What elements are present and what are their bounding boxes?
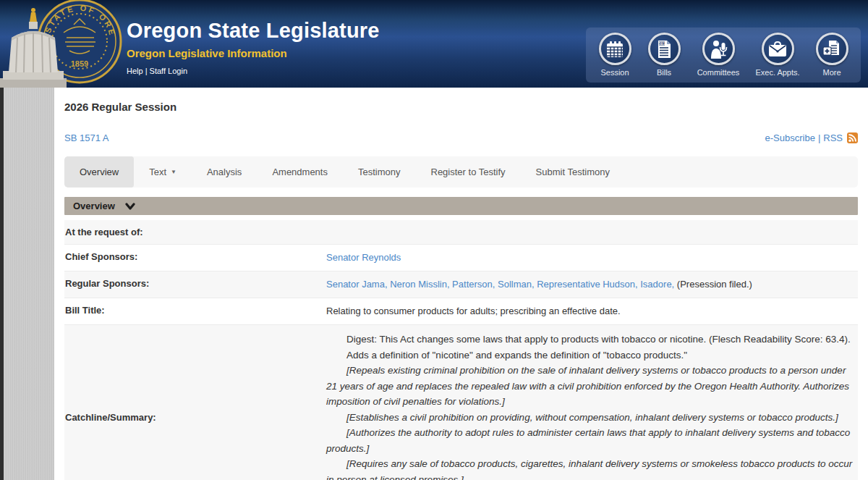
- measure-row: SB 1571 A e-Subscribe | RSS: [64, 132, 858, 143]
- bill-document-icon: SB1: [648, 33, 681, 65]
- tab-overview[interactable]: Overview: [64, 156, 134, 188]
- summary-paragraph: [Authorizes the authority to adopt rules…: [326, 425, 858, 456]
- rss-icon[interactable]: [847, 132, 858, 143]
- field-label: Regular Sponsors:: [64, 278, 326, 291]
- tab-testimony[interactable]: Testimony: [343, 156, 416, 188]
- main-content: 2026 Regular Session SB 1571 A e-Subscri…: [54, 88, 868, 480]
- rss-link[interactable]: RSS: [823, 132, 843, 143]
- nav-label: Session: [600, 68, 629, 77]
- calendar-icon: [599, 33, 631, 65]
- summary-paragraph: Digest: This Act changes some laws that …: [326, 332, 858, 348]
- svg-text:SB1: SB1: [659, 41, 665, 45]
- field-value: Senator Jama, Neron Misslin, Patterson, …: [326, 278, 858, 291]
- nav-item-more[interactable]: More: [810, 33, 854, 77]
- field-label: Catchline/Summary:: [64, 412, 326, 423]
- esubscribe-link[interactable]: e-Subscribe: [765, 132, 815, 143]
- subscribe-links: e-Subscribe | RSS: [765, 132, 859, 143]
- row-regular-sponsors: Regular Sponsors: Senator Jama, Neron Mi…: [64, 271, 858, 298]
- svg-text:1859: 1859: [71, 59, 88, 68]
- field-value: [326, 227, 858, 237]
- regular-sponsors-links[interactable]: Senator Jama, Neron Misslin, Patterson, …: [326, 279, 674, 290]
- help-separator: |: [143, 67, 150, 75]
- summary-paragraph: [Repeals existing criminal prohibition o…: [326, 363, 858, 410]
- briefcase-icon: [762, 33, 794, 65]
- measure-details-table: At the request of: Chief Sponsors: Senat…: [64, 220, 858, 480]
- field-label: Bill Title:: [64, 305, 326, 318]
- overview-accordion-header[interactable]: Overview: [64, 197, 858, 215]
- nav-label: More: [822, 68, 841, 77]
- nav-label: Bills: [657, 68, 671, 77]
- measure-number-link[interactable]: SB 1571 A: [64, 132, 109, 143]
- site-header: STATE OF OREGON 1859: [0, 0, 868, 88]
- gold-pioneer-statue: [30, 8, 37, 22]
- summary-paragraph: [Establishes a civil prohibition on prov…: [326, 410, 858, 426]
- summary-paragraph: Adds a definition of "nicotine" and expa…: [326, 348, 858, 363]
- row-chief-sponsors: Chief Sponsors: Senator Reynolds: [64, 245, 858, 271]
- row-bill-title: Bill Title: Relating to consumer product…: [64, 298, 858, 325]
- nav-item-committees[interactable]: Committees: [692, 33, 745, 77]
- chief-sponsor-link[interactable]: Senator Reynolds: [326, 252, 401, 263]
- page-left-edge: [0, 88, 4, 480]
- accordion-label: Overview: [73, 201, 115, 211]
- field-value: Senator Reynolds: [326, 251, 858, 264]
- help-link[interactable]: Help: [127, 67, 143, 75]
- site-title: Oregon State Legislature: [127, 19, 380, 43]
- field-value: Relating to consumer products for adults…: [326, 305, 858, 318]
- nav-label: Committees: [697, 68, 740, 77]
- summary-paragraph: [Requires any sale of tobacco products, …: [326, 456, 858, 480]
- tab-register-to-testify[interactable]: Register to Testify: [416, 156, 521, 188]
- document-plus-icon: [816, 33, 848, 65]
- chevron-down-icon: ▼: [171, 169, 176, 175]
- site-subtitle: Oregon Legislative Information: [127, 47, 380, 59]
- tab-amendments[interactable]: Amendments: [257, 156, 343, 188]
- nav-item-bills[interactable]: SB1 Bills: [642, 33, 686, 77]
- field-value: Digest: This Act changes some laws that …: [326, 332, 858, 480]
- tab-text[interactable]: Text▼: [134, 156, 192, 188]
- presession-filed-note: (Presession filed.): [674, 279, 752, 290]
- row-at-the-request-of: At the request of:: [64, 220, 858, 245]
- field-label: Chief Sponsors:: [64, 251, 326, 264]
- chevron-down-icon: [125, 203, 135, 210]
- nav-item-exec-appts[interactable]: Exec. Appts.: [751, 33, 804, 77]
- person-microphone-icon: [702, 33, 735, 65]
- tab-submit-testimony[interactable]: Submit Testimony: [521, 156, 625, 188]
- nav-label: Exec. Appts.: [755, 68, 799, 77]
- tab-analysis[interactable]: Analysis: [192, 156, 257, 188]
- header-utility-links: Help | Staff Login: [127, 67, 380, 75]
- capitol-seal-logo: STATE OF OREGON 1859: [0, 0, 134, 88]
- header-nav-bar: Session SB1 Bills: [586, 28, 861, 83]
- subscribe-separator: |: [818, 132, 820, 143]
- field-label: At the request of:: [64, 227, 326, 237]
- row-catchline-summary: Catchline/Summary: Digest: This Act chan…: [64, 325, 858, 480]
- measure-tab-bar: Overview Text▼ Analysis Amendments Testi…: [64, 156, 858, 188]
- nav-item-session[interactable]: Session: [593, 33, 637, 77]
- session-title: 2026 Regular Session: [64, 101, 858, 113]
- staff-login-link[interactable]: Staff Login: [150, 67, 187, 75]
